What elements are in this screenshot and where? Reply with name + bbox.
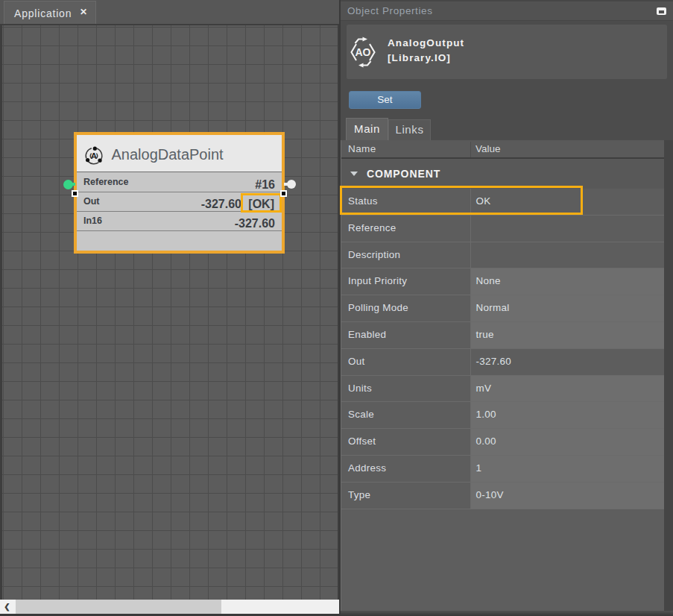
svg-text:AO: AO <box>356 46 371 58</box>
svg-text:A: A <box>91 151 97 160</box>
